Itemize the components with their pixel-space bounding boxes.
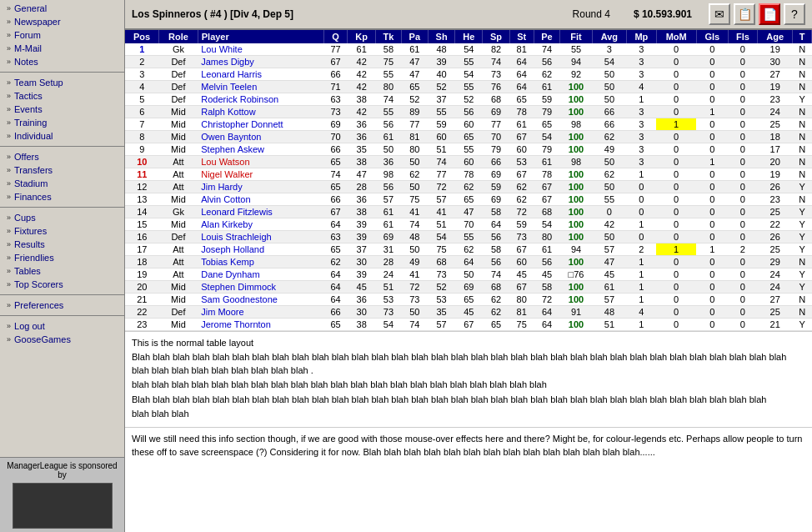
sidebar-item-label: Forum bbox=[14, 30, 41, 40]
sidebar-item-tactics[interactable]: » Tactics bbox=[0, 89, 124, 103]
cell-name[interactable]: Lou White bbox=[198, 43, 323, 56]
sidebar-divider bbox=[0, 294, 124, 295]
sidebar-item-stadium[interactable]: » Stadium bbox=[0, 177, 124, 190]
cell-he: 69 bbox=[455, 281, 483, 294]
cell-pos: 12 bbox=[125, 181, 159, 193]
cell-gls: 0 bbox=[696, 93, 728, 106]
cell-st: 72 bbox=[509, 206, 534, 218]
sidebar-item-friendlies[interactable]: » Friendlies bbox=[0, 251, 124, 264]
cell-gls: 0 bbox=[696, 231, 728, 243]
cell-pos: 21 bbox=[125, 294, 159, 306]
sidebar-item-offers[interactable]: » Offers bbox=[0, 150, 124, 163]
sidebar-item-label: M-Mail bbox=[14, 43, 42, 53]
cell-name[interactable]: Ralph Kottow bbox=[198, 106, 323, 118]
sidebar-item-transfers[interactable]: » Transfers bbox=[0, 163, 124, 177]
cell-name[interactable]: Roderick Robinson bbox=[198, 93, 323, 106]
report-icon[interactable]: 📄 bbox=[759, 3, 780, 25]
sidebar-item-fixtures[interactable]: » Fixtures bbox=[0, 224, 124, 238]
sidebar-item-team-setup[interactable]: » Team Setup bbox=[0, 76, 124, 89]
cell-name[interactable]: Stephen Askew bbox=[198, 143, 323, 156]
cell-sh: 57 bbox=[428, 193, 455, 206]
cell-mp: 3 bbox=[627, 106, 656, 118]
sidebar-item-individual[interactable]: » Individual bbox=[0, 129, 124, 143]
cell-sh: 53 bbox=[428, 294, 455, 306]
sidebar-item-mmail[interactable]: » M-Mail bbox=[0, 42, 124, 55]
table-row: 5 Def Roderick Robinson 63 38 74 52 37 5… bbox=[125, 93, 812, 106]
cell-pe: 56 bbox=[534, 256, 560, 269]
cell-sp: 68 bbox=[483, 93, 510, 106]
arrow-icon: » bbox=[7, 267, 11, 275]
cell-tk: 57 bbox=[375, 193, 401, 206]
cell-avg: 42 bbox=[592, 218, 627, 231]
cell-name[interactable]: Sam Goodnestone bbox=[198, 294, 323, 306]
cell-name[interactable]: Owen Baynton bbox=[198, 131, 323, 143]
cell-name[interactable]: Louis Strachleigh bbox=[198, 231, 323, 243]
sidebar-item-forum[interactable]: » Forum bbox=[0, 28, 124, 42]
cell-st: 53 bbox=[509, 156, 534, 168]
cell-name[interactable]: Tobias Kemp bbox=[198, 256, 323, 269]
cell-pe: 67 bbox=[534, 181, 560, 193]
cell-he: 65 bbox=[455, 193, 483, 206]
sidebar-item-top-scorers[interactable]: » Top Scorers bbox=[0, 278, 124, 291]
cell-name[interactable]: Jerome Thornton bbox=[198, 319, 323, 331]
cell-sh: 51 bbox=[428, 218, 455, 231]
cell-name[interactable]: Alan Kirkeby bbox=[198, 218, 323, 231]
book-icon[interactable]: 📋 bbox=[734, 3, 755, 25]
sidebar-item-label: Friendlies bbox=[14, 253, 54, 263]
help-icon[interactable]: ? bbox=[784, 3, 805, 25]
cell-pos: 20 bbox=[125, 281, 159, 294]
table-row: 16 Def Louis Strachleigh 63 39 69 48 54 … bbox=[125, 231, 812, 243]
cell-mp: 3 bbox=[627, 56, 656, 68]
cell-gls: 1 bbox=[696, 106, 728, 118]
sidebar-item-notes[interactable]: » Notes bbox=[0, 55, 124, 68]
cell-age: 17 bbox=[758, 143, 793, 156]
sidebar-item-tables[interactable]: » Tables bbox=[0, 264, 124, 278]
cell-name[interactable]: Leonard Fitzlewis bbox=[198, 206, 323, 218]
arrow-icon: » bbox=[7, 193, 11, 201]
sidebar-item-label: Notes bbox=[14, 57, 38, 67]
players-table-area: Pos Role Player Q Kp Tk Pa Sh He Sp St P… bbox=[125, 30, 812, 532]
cell-mom: 0 bbox=[656, 281, 696, 294]
cell-name[interactable]: Alvin Cotton bbox=[198, 193, 323, 206]
cell-name[interactable]: Stephen Dimmock bbox=[198, 281, 323, 294]
cell-st: 59 bbox=[509, 218, 534, 231]
cell-avg: 61 bbox=[592, 281, 627, 294]
cell-avg: 51 bbox=[592, 319, 627, 331]
sidebar-item-general[interactable]: » General bbox=[0, 2, 124, 15]
cell-role: Mid bbox=[159, 294, 198, 306]
cell-role: Mid bbox=[159, 319, 198, 331]
cell-pa: 47 bbox=[401, 68, 428, 81]
cell-age: 23 bbox=[758, 193, 793, 206]
cell-name[interactable]: Dane Dynham bbox=[198, 269, 323, 281]
cell-mom: 0 bbox=[656, 181, 696, 193]
sidebar-item-newspaper[interactable]: » Newspaper bbox=[0, 15, 124, 28]
cell-name[interactable]: Nigel Walker bbox=[198, 168, 323, 181]
cell-name[interactable]: Joseph Holland bbox=[198, 243, 323, 256]
cell-name[interactable]: Leonard Harris bbox=[198, 68, 323, 81]
cell-age: 29 bbox=[758, 256, 793, 269]
cell-age: 18 bbox=[758, 131, 793, 143]
cell-he: 70 bbox=[455, 218, 483, 231]
sidebar-item-cups[interactable]: » Cups bbox=[0, 211, 124, 224]
cell-tk: 54 bbox=[375, 319, 401, 331]
sidebar-item-goosegames[interactable]: » GooseGames bbox=[0, 333, 124, 346]
cell-sp: 62 bbox=[483, 294, 510, 306]
sidebar-item-logout[interactable]: » Log out bbox=[0, 319, 124, 333]
cell-gls: 0 bbox=[696, 193, 728, 206]
cell-name[interactable]: Jim Moore bbox=[198, 306, 323, 319]
cell-name[interactable]: Lou Watson bbox=[198, 156, 323, 168]
envelope-icon[interactable]: ✉ bbox=[709, 3, 730, 25]
cell-name[interactable]: Christopher Donnett bbox=[198, 118, 323, 131]
arrow-icon: » bbox=[7, 280, 11, 289]
cell-sh: 48 bbox=[428, 43, 455, 56]
cell-name[interactable]: Jim Hardy bbox=[198, 181, 323, 193]
cell-name[interactable]: Melvin Teelen bbox=[198, 81, 323, 93]
sidebar-item-finances[interactable]: » Finances bbox=[0, 190, 124, 203]
sidebar-item-events[interactable]: » Events bbox=[0, 103, 124, 116]
cell-fit: 94 bbox=[560, 243, 592, 256]
sidebar-item-results[interactable]: » Results bbox=[0, 238, 124, 251]
sidebar-item-preferences[interactable]: » Preferences bbox=[0, 299, 124, 312]
cell-name[interactable]: James Digby bbox=[198, 56, 323, 68]
sidebar-item-training[interactable]: » Training bbox=[0, 116, 124, 129]
sidebar-item-label: Events bbox=[14, 104, 43, 114]
